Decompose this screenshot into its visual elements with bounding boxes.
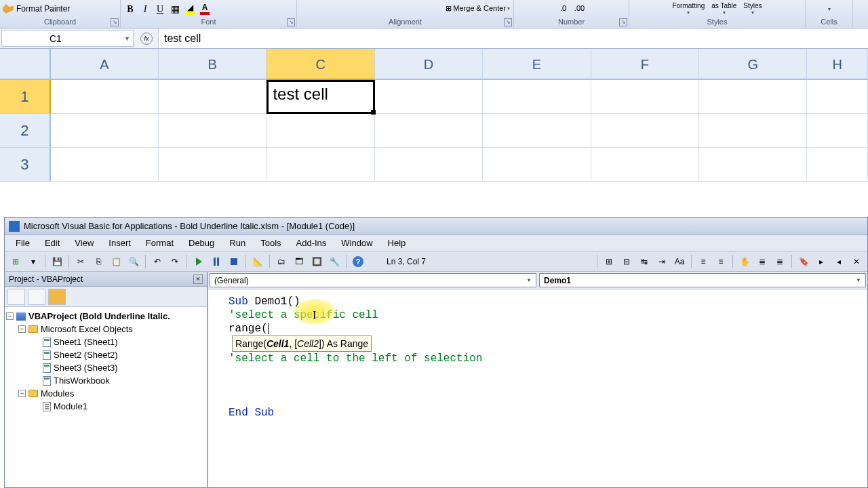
cut-button[interactable]: ✂ [73,253,89,270]
cell-styles-button[interactable]: Styles▾ [743,2,762,16]
col-header-c[interactable]: C [267,49,374,80]
copy-button[interactable]: ⎘ [90,253,106,270]
cell-g3[interactable] [699,148,807,182]
project-explorer-title[interactable]: Project - VBAProject × [5,272,207,287]
col-header-g[interactable]: G [699,49,807,80]
code-editor[interactable]: I Sub Demo1() 'select a specific cell ra… [208,289,867,487]
redo-button[interactable]: ↷ [167,253,183,270]
cell-a3[interactable] [51,148,159,182]
minus-icon[interactable]: − [18,325,26,333]
chevron-down-icon[interactable]: ▼ [124,35,130,42]
cell-a2[interactable] [51,114,159,148]
cell-c3[interactable] [267,148,374,182]
tb-outdent[interactable]: ≡ [695,253,711,270]
cell-c1[interactable]: test cell [267,80,374,114]
insert-module-button[interactable]: ▾ [25,253,41,270]
cell-a1[interactable] [51,80,159,114]
tb-uncomment[interactable]: ≣ [772,253,788,270]
col-header-d[interactable]: D [375,49,483,80]
find-button[interactable]: 🔍 [125,253,142,270]
col-header-a[interactable]: A [51,49,159,80]
menu-window[interactable]: Window [334,237,379,249]
cell-d3[interactable] [375,148,483,182]
row-header-1[interactable]: 1 [0,80,51,114]
number-dialog-launcher[interactable]: ↘ [619,18,627,26]
menu-insert[interactable]: Insert [102,237,138,249]
col-header-f[interactable]: F [591,49,699,80]
tb-extra-2[interactable]: ⊟ [618,253,635,270]
underline-button[interactable]: U [153,2,167,16]
cell-h1[interactable] [807,80,868,114]
format-as-table-button[interactable]: as Table▾ [711,2,736,16]
fx-icon[interactable]: fx [140,33,153,45]
menu-addins[interactable]: Add-Ins [290,237,334,249]
cell-b3[interactable] [159,148,267,182]
italic-button[interactable]: I [138,2,152,16]
cell-e1[interactable] [483,80,591,114]
cell-e2[interactable] [483,114,591,148]
cell-d1[interactable] [375,80,483,114]
border-button[interactable]: ▦ [168,2,182,16]
cell-e3[interactable] [483,148,591,182]
view-code-button[interactable] [7,289,25,305]
toggle-folders-button[interactable] [48,289,66,305]
tree-sheet3[interactable]: Sheet3 (Sheet3) [6,361,205,374]
cell-d2[interactable] [375,114,483,148]
properties-button[interactable]: 🗔 [291,253,307,270]
menu-run[interactable]: Run [222,237,252,249]
tb-indent[interactable]: ≡ [713,253,729,270]
cell-g1[interactable] [699,80,807,114]
tb-clear-bm[interactable]: ✕ [848,253,865,270]
cell-f1[interactable] [591,80,699,114]
col-header-h[interactable]: H [807,49,868,80]
project-explorer-button[interactable]: 🗂 [273,253,290,270]
row-header-3[interactable]: 3 [0,148,51,182]
worksheet[interactable]: A B C D E F G H 1 test cell 2 [0,49,868,182]
row-header-2[interactable]: 2 [0,114,51,148]
cell-b1[interactable] [159,80,267,114]
menu-view[interactable]: View [68,237,100,249]
tb-prev-bm[interactable]: ◂ [831,253,847,270]
menu-edit[interactable]: Edit [38,237,66,249]
tb-next-bm[interactable]: ▸ [813,253,829,270]
tree-sheet1[interactable]: Sheet1 (Sheet1) [6,336,205,348]
project-tree[interactable]: − VBAProject (Bold Underline Italic. − M… [5,307,207,487]
tree-module1[interactable]: Module1 [6,400,205,413]
cell-c2[interactable] [267,114,374,148]
cell-f2[interactable] [591,114,699,148]
col-header-b[interactable]: B [159,49,267,80]
view-excel-button[interactable]: ⊞ [7,253,24,270]
object-browser-button[interactable]: 🔲 [309,253,325,270]
view-object-button[interactable] [28,289,45,305]
clipboard-dialog-launcher[interactable]: ↘ [111,18,119,26]
cell-h2[interactable] [807,114,868,148]
close-icon[interactable]: × [193,274,203,284]
alignment-dialog-launcher[interactable]: ↘ [504,18,512,26]
col-header-e[interactable]: E [483,49,591,80]
cell-h3[interactable] [807,148,868,182]
minus-icon[interactable]: − [18,390,26,397]
merge-center-button[interactable]: ⊞ Merge & Center ▾ [445,0,511,16]
menu-help[interactable]: Help [381,237,413,249]
conditional-formatting-button[interactable]: Formatting▾ [672,2,705,16]
reset-button[interactable] [226,253,242,270]
design-mode-button[interactable]: 📐 [250,253,266,270]
tb-hand[interactable]: ✋ [736,253,753,270]
vba-titlebar[interactable]: Microsoft Visual Basic for Applications … [5,218,867,235]
tb-extra-3[interactable]: ↹ [636,253,652,270]
select-all-corner[interactable] [0,49,51,80]
tree-excel-objects[interactable]: − Microsoft Excel Objects [6,323,205,336]
tb-extra-4[interactable]: ⇥ [654,253,670,270]
decrease-decimal-button[interactable]: .00 [572,0,587,16]
undo-button[interactable]: ↶ [149,253,165,270]
cell-b2[interactable] [159,114,267,148]
menu-debug[interactable]: Debug [182,237,221,249]
paste-button[interactable]: 📋 [108,253,124,270]
tb-comment[interactable]: ≣ [754,253,770,270]
tb-bookmark[interactable]: 🔖 [795,253,812,270]
menu-format[interactable]: Format [139,237,180,249]
break-button[interactable] [208,253,224,270]
minus-icon[interactable]: − [6,312,14,320]
bold-button[interactable]: B [123,2,137,16]
help-button[interactable]: ? [350,253,366,270]
